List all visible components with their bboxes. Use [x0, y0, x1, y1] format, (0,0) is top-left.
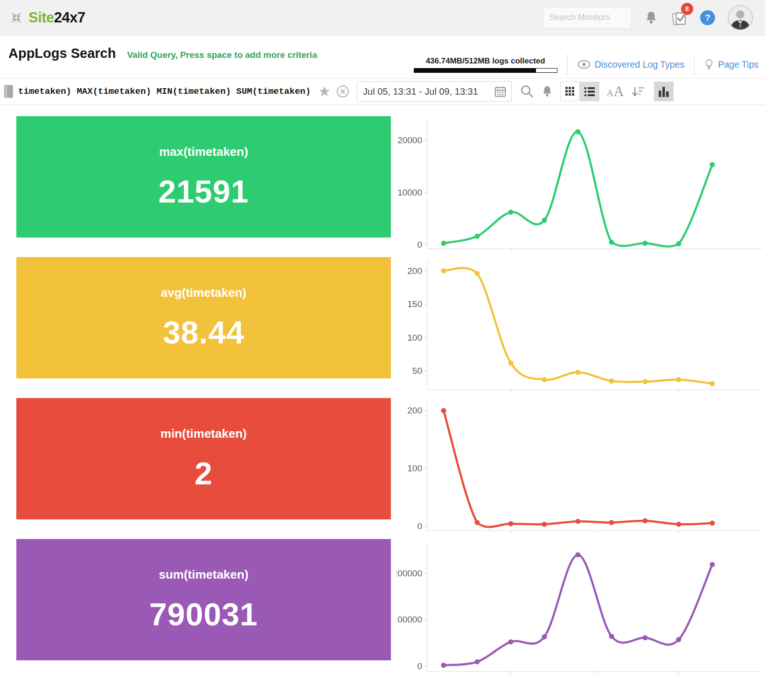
logs-usage-text: 436.74MB/512MB logs collected [414, 56, 557, 66]
sort-button[interactable] [631, 85, 645, 98]
bulb-icon [704, 58, 714, 71]
metric-label-sum: sum(timetaken) [159, 567, 248, 582]
discovered-log-types-label: Discovered Log Types [595, 59, 685, 70]
alert-bell-icon[interactable] [541, 85, 553, 98]
header-right: 8 ? [543, 5, 753, 30]
min-line-chart: 0100200 [396, 398, 765, 538]
title-left: AppLogs Search Valid Query, Press space … [8, 46, 317, 61]
svg-text:150: 150 [407, 299, 422, 309]
avg-line-chart: 50100150200 [396, 257, 765, 397]
metric-label-max: max(timetaken) [159, 145, 248, 159]
search-icon[interactable] [520, 84, 534, 98]
discovered-log-types-link[interactable]: Discovered Log Types [577, 59, 685, 70]
metric-rows: max(timetaken)2159101000020000avg(timeta… [16, 116, 765, 660]
svg-text:0: 0 [417, 521, 422, 531]
svg-text:50: 50 [412, 366, 422, 376]
eye-icon [577, 60, 591, 69]
list-icon [584, 87, 595, 97]
query-toolbar: timetaken) MAX(timetaken) MIN(timetaken)… [0, 78, 765, 105]
logo-site: Site [28, 9, 54, 26]
page-tips-link[interactable]: Page Tips [704, 58, 758, 71]
metric-row-max: max(timetaken)2159101000020000 [16, 116, 765, 238]
user-photo [729, 6, 752, 29]
svg-text:100: 100 [407, 333, 422, 343]
svg-text:100000: 100000 [396, 615, 422, 624]
valid-query-hint: Valid Query, Press space to add more cri… [127, 50, 317, 60]
metric-card-max: max(timetaken)21591 [16, 116, 391, 238]
logo-area: Site24x7 [10, 9, 85, 26]
chart-max: 01000020000 [396, 116, 765, 238]
logo-suffix: 24x7 [54, 9, 85, 26]
date-range-picker[interactable]: Jul 05, 13:31 - Jul 09, 13:31 [357, 81, 512, 102]
svg-text:100: 100 [407, 463, 422, 473]
chart-min: 0100200 [396, 398, 765, 519]
page-tips-label: Page Tips [718, 59, 758, 70]
title-right: 436.74MB/512MB logs collected Discovered… [414, 54, 758, 78]
calendar-icon [494, 85, 507, 98]
metric-label-min: min(timetaken) [160, 427, 247, 441]
logs-progress-fill [414, 69, 536, 72]
divider [694, 54, 695, 75]
sort-descending-icon [631, 85, 645, 98]
page-title: AppLogs Search [8, 46, 116, 61]
view-toggle [560, 82, 599, 101]
max-line-chart: 01000020000 [396, 116, 765, 256]
grid-view-button[interactable] [560, 82, 580, 101]
metric-row-avg: avg(timetaken)38.4450100150200 [16, 257, 765, 378]
title-row: AppLogs Search Valid Query, Press space … [0, 35, 765, 78]
aa-icon: A [613, 83, 624, 100]
svg-text:200000: 200000 [396, 568, 422, 578]
metric-card-sum: sum(timetaken)790031 [16, 539, 391, 660]
tasks-icon[interactable]: 8 [671, 9, 688, 26]
grid-icon [565, 87, 575, 97]
logs-usage: 436.74MB/512MB logs collected [414, 56, 557, 73]
saved-query-journal-icon[interactable] [4, 84, 14, 98]
divider [567, 54, 568, 75]
metric-card-min: min(timetaken)2 [16, 398, 391, 519]
bell-icon[interactable] [644, 10, 658, 25]
list-view-button[interactable] [580, 82, 599, 101]
metrics-main: max(timetaken)2159101000020000avg(timeta… [0, 105, 765, 660]
aa-icon: A [606, 87, 613, 99]
svg-text:200: 200 [407, 406, 422, 415]
svg-text:20000: 20000 [397, 135, 422, 145]
toolbar-icons: AA [520, 82, 674, 101]
font-size-button[interactable]: AA [606, 83, 624, 100]
chart-sum: 0100000200000 [396, 539, 765, 660]
metric-row-sum: sum(timetaken)7900310100000200000 [16, 539, 765, 660]
metric-value-avg: 38.44 [163, 314, 244, 350]
svg-text:200: 200 [407, 266, 422, 276]
favorite-star-icon[interactable]: ★ [318, 84, 331, 98]
metric-card-avg: avg(timetaken)38.44 [16, 257, 391, 378]
metric-row-min: min(timetaken)20100200 [16, 398, 765, 519]
help-icon[interactable]: ? [700, 10, 715, 25]
chart-avg: 50100150200 [396, 257, 765, 378]
date-range-text: Jul 05, 13:31 - Jul 09, 13:31 [363, 86, 478, 97]
query-input[interactable]: timetaken) MAX(timetaken) MIN(timetaken)… [18, 86, 311, 97]
avatar[interactable] [728, 5, 753, 30]
metric-value-sum: 790031 [149, 596, 258, 632]
collapse-icon[interactable] [10, 12, 22, 24]
search-monitors-input[interactable] [543, 7, 632, 28]
metric-label-avg: avg(timetaken) [161, 286, 247, 300]
notification-badge: 8 [681, 3, 693, 15]
svg-text:0: 0 [417, 240, 422, 250]
svg-text:10000: 10000 [397, 188, 422, 197]
logs-progress [414, 68, 557, 73]
metric-value-min: 2 [195, 455, 213, 491]
bar-chart-icon [658, 85, 669, 98]
svg-text:0: 0 [417, 661, 422, 671]
sum-line-chart: 0100000200000 [396, 539, 765, 679]
metric-value-max: 21591 [158, 173, 249, 210]
site24x7-logo[interactable]: Site24x7 [28, 9, 85, 26]
clear-query-icon[interactable] [336, 85, 349, 98]
app-header: Site24x7 8 ? [0, 0, 765, 35]
chart-view-button[interactable] [654, 82, 674, 101]
